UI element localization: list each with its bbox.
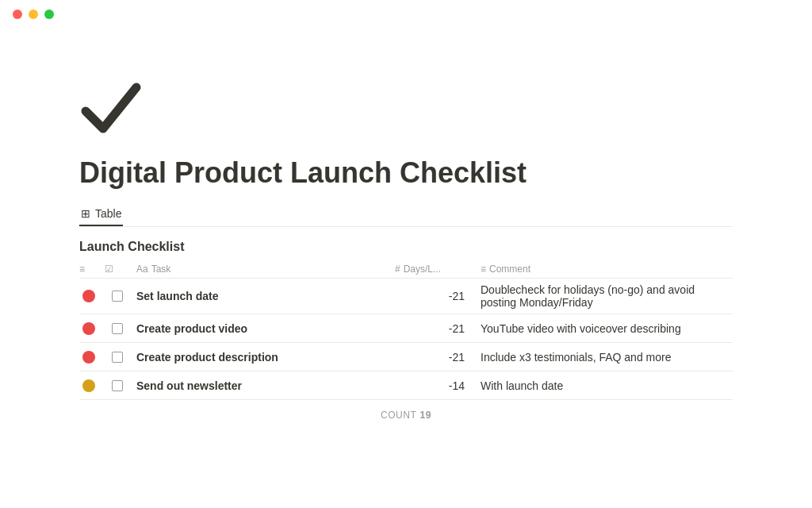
priority-dot	[82, 322, 95, 335]
task-col-label: Task	[151, 264, 171, 275]
table-container: Launch Checklist ≡ ☑ Aa Task # Days/L...…	[79, 240, 733, 430]
cell-checkbox[interactable]	[105, 352, 130, 363]
cell-priority	[79, 379, 98, 392]
page-icon	[79, 76, 733, 140]
cell-comment: Doublecheck for holidays (no-go) and avo…	[481, 283, 733, 309]
cell-checkbox[interactable]	[105, 323, 130, 334]
cell-task: Create product video	[136, 322, 389, 335]
tab-bar: ⊞ Table	[79, 202, 733, 227]
cell-task: Create product description	[136, 351, 389, 364]
tab-table[interactable]: ⊞ Table	[79, 202, 123, 226]
count-value: 19	[420, 410, 432, 421]
count-label: COUNT	[381, 410, 417, 421]
cell-days: -21	[395, 322, 474, 335]
main-content: Digital Product Launch Checklist ⊞ Table…	[0, 29, 812, 508]
table-row: Create product description -21 Include x…	[79, 343, 733, 371]
cell-checkbox[interactable]	[105, 380, 130, 391]
table-row: Send out newsletter -14 With launch date	[79, 371, 733, 400]
cell-days: -14	[395, 379, 474, 392]
cell-checkbox[interactable]	[105, 291, 130, 302]
count-row: COUNT 19	[79, 400, 733, 430]
section-header: Launch Checklist	[79, 240, 733, 254]
comment-prefix-icon: ≡	[481, 264, 486, 275]
cell-comment: YouTube video with voiceover describing	[481, 322, 733, 335]
page-title: Digital Product Launch Checklist	[79, 156, 733, 190]
priority-dot	[82, 379, 95, 392]
window-chrome	[0, 0, 812, 29]
cell-days: -21	[395, 290, 474, 302]
col-comment-header: ≡ Comment	[481, 264, 733, 275]
cell-comment: With launch date	[481, 379, 733, 392]
table-icon: ⊞	[81, 207, 90, 220]
cell-comment: Include x3 testimonials, FAQ and more	[481, 351, 733, 364]
minimize-button[interactable]	[29, 10, 38, 19]
checkbox[interactable]	[112, 352, 123, 363]
priority-dot	[82, 290, 95, 302]
cell-priority	[79, 290, 98, 302]
sort-icon: ≡	[79, 264, 85, 275]
table-header: ≡ ☑ Aa Task # Days/L... ≡ Comment	[79, 260, 733, 279]
cell-priority	[79, 322, 98, 335]
close-button[interactable]	[13, 10, 22, 19]
checkbox[interactable]	[112, 291, 123, 302]
cell-days: -21	[395, 351, 474, 364]
table-rows: Set launch date -21 Doublecheck for holi…	[79, 279, 733, 400]
tab-table-label: Table	[95, 207, 121, 220]
cell-priority	[79, 351, 98, 364]
table-row: Create product video -21 YouTube video w…	[79, 314, 733, 343]
cell-task: Send out newsletter	[136, 379, 389, 392]
cell-task: Set launch date	[136, 290, 389, 302]
maximize-button[interactable]	[44, 10, 54, 19]
checkbox[interactable]	[112, 380, 123, 391]
check-header-icon: ☑	[105, 264, 113, 275]
col-check: ☑	[105, 264, 130, 275]
task-prefix-icon: Aa	[136, 264, 148, 275]
days-prefix-icon: #	[395, 264, 400, 275]
col-sort: ≡	[79, 264, 98, 275]
col-task-header: Aa Task	[136, 264, 389, 275]
col-days-header: # Days/L...	[395, 264, 474, 275]
priority-dot	[82, 351, 95, 364]
days-col-label: Days/L...	[404, 264, 441, 275]
table-row: Set launch date -21 Doublecheck for holi…	[79, 279, 733, 314]
checkbox[interactable]	[112, 323, 123, 334]
comment-col-label: Comment	[489, 264, 530, 275]
